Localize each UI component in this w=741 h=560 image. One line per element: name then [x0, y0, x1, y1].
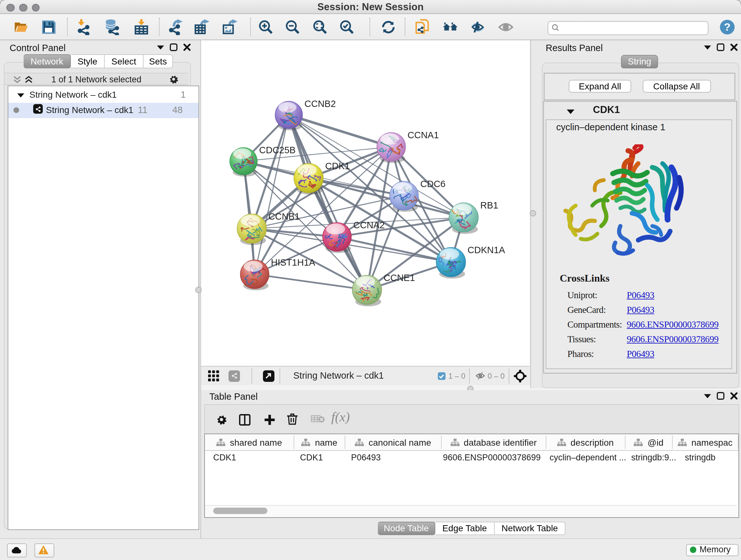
- svg-text:CDKN1A: CDKN1A: [468, 245, 505, 255]
- svg-text:CCNB2: CCNB2: [305, 99, 336, 109]
- svg-text:RB1: RB1: [480, 200, 498, 210]
- svg-text:CDC25B: CDC25B: [259, 145, 295, 155]
- svg-text:HIST1H1A: HIST1H1A: [271, 257, 315, 267]
- svg-text:CCNA1: CCNA1: [408, 130, 439, 140]
- svg-text:CDK1: CDK1: [325, 161, 350, 171]
- svg-text:CCNA2: CCNA2: [353, 220, 385, 230]
- svg-text:CCNB1: CCNB1: [268, 211, 300, 222]
- svg-text:CCNE1: CCNE1: [384, 273, 415, 283]
- svg-text:CDC6: CDC6: [420, 179, 446, 189]
